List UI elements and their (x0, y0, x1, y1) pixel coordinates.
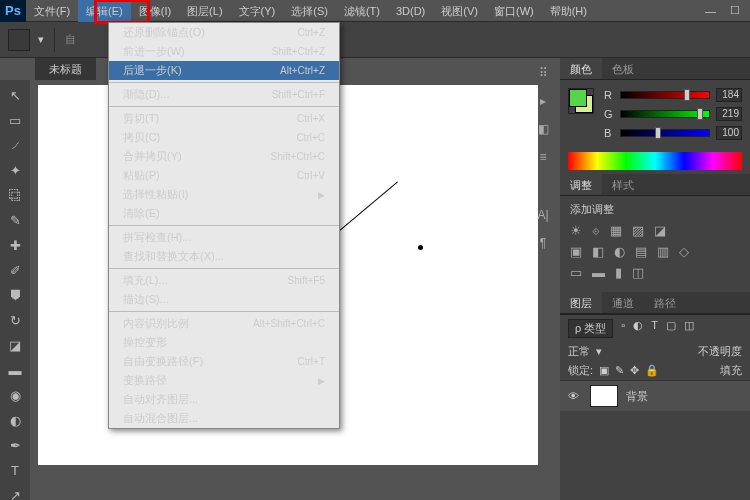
layer-kind-select[interactable]: ρ 类型 (568, 319, 613, 338)
layers-options: 正常 ▾ 不透明度 (560, 342, 750, 361)
path-tool-icon[interactable]: ↗ (4, 484, 26, 500)
gradient-tool-icon[interactable]: ▬ (4, 359, 26, 381)
eyedropper-tool-icon[interactable]: ✎ (4, 209, 26, 231)
panel-icon[interactable]: A| (532, 208, 554, 226)
menu-item[interactable]: 前进一步(W)Shift+Ctrl+Z (109, 42, 339, 61)
menu-view[interactable]: 视图(V) (433, 0, 486, 22)
fg-color[interactable] (569, 89, 587, 107)
type-tool-icon[interactable]: T (4, 459, 26, 481)
menu-item[interactable]: 选择性粘贴(I)▶ (109, 185, 339, 204)
tab-adjustments[interactable]: 调整 (560, 174, 602, 195)
menu-select[interactable]: 选择(S) (283, 0, 336, 22)
menu-edit[interactable]: 编辑(E) (78, 0, 131, 22)
tab-paths[interactable]: 路径 (644, 292, 686, 313)
filter-icon[interactable]: ▫ (621, 319, 625, 338)
filter-icon[interactable]: ◫ (684, 319, 694, 338)
anchor-point (418, 245, 423, 250)
wand-tool-icon[interactable]: ✦ (4, 159, 26, 181)
adjustment-icon[interactable]: ◫ (632, 265, 644, 280)
adjustment-icon[interactable]: ▨ (632, 223, 644, 238)
adjustment-icon[interactable]: ▤ (635, 244, 647, 259)
channel-label: R (604, 89, 614, 101)
adjustment-icon[interactable]: ◐ (614, 244, 625, 259)
fill-label: 填充 (720, 363, 742, 378)
history-brush-icon[interactable]: ↻ (4, 309, 26, 331)
color-swatch[interactable] (568, 88, 594, 114)
adjustment-icon[interactable]: ▭ (570, 265, 582, 280)
channel-value[interactable]: 219 (716, 107, 742, 121)
brush-tool-icon[interactable]: ✐ (4, 259, 26, 281)
menu-filter[interactable]: 滤镜(T) (336, 0, 388, 22)
adjustment-icon[interactable]: ▦ (610, 223, 622, 238)
tab-channels[interactable]: 通道 (602, 292, 644, 313)
panel-icon[interactable]: ⠿ (532, 66, 554, 84)
document-tab[interactable]: 未标题 (35, 58, 96, 80)
menu-window[interactable]: 窗口(W) (486, 0, 542, 22)
maximize-icon[interactable]: ☐ (730, 4, 740, 17)
menu-item[interactable]: 变换路径▶ (109, 371, 339, 390)
lock-icon[interactable]: ✥ (630, 364, 639, 377)
adjustment-icon[interactable]: ⟐ (592, 223, 600, 238)
tab-layers[interactable]: 图层 (560, 292, 602, 313)
adjustment-icon[interactable]: ◪ (654, 223, 666, 238)
panel-icon[interactable]: ◧ (532, 122, 554, 140)
adjustment-icon[interactable]: ▥ (657, 244, 669, 259)
blend-mode-select[interactable]: 正常 (568, 344, 590, 359)
tab-color[interactable]: 颜色 (560, 58, 602, 79)
menu-help[interactable]: 帮助(H) (542, 0, 595, 22)
crop-tool-icon[interactable]: ⿻ (4, 184, 26, 206)
adjustment-icon[interactable]: ☀ (570, 223, 582, 238)
channel-value[interactable]: 100 (716, 126, 742, 140)
adjustment-icon[interactable]: ◧ (592, 244, 604, 259)
menu-item[interactable]: 后退一步(K)Alt+Ctrl+Z (109, 61, 339, 80)
color-slider[interactable] (620, 129, 710, 137)
filter-icon[interactable]: ▢ (666, 319, 676, 338)
move-tool-icon[interactable]: ↖ (4, 84, 26, 106)
lock-icon[interactable]: ▣ (599, 364, 609, 377)
panel-icon[interactable]: ¶ (532, 236, 554, 254)
lasso-tool-icon[interactable]: ⟋ (4, 134, 26, 156)
marquee-tool-icon[interactable]: ▭ (4, 109, 26, 131)
menu-item[interactable]: 自由变换路径(F)Ctrl+T (109, 352, 339, 371)
menu-item[interactable]: 还原删除锚点(O)Ctrl+Z (109, 23, 339, 42)
menu-item[interactable]: 拷贝(C)Ctrl+C (109, 128, 339, 147)
tab-swatches[interactable]: 色板 (602, 58, 644, 79)
menu-file[interactable]: 文件(F) (26, 0, 78, 22)
menu-type[interactable]: 文字(Y) (231, 0, 284, 22)
filter-icon[interactable]: ◐ (633, 319, 643, 338)
stamp-tool-icon[interactable]: ⛊ (4, 284, 26, 306)
filter-icon[interactable]: T (651, 319, 658, 338)
adjustment-icon[interactable]: ▮ (615, 265, 622, 280)
menu-image[interactable]: 图像(I) (131, 0, 179, 22)
adjustment-icon[interactable]: ▣ (570, 244, 582, 259)
channel-value[interactable]: 184 (716, 88, 742, 102)
panel-icon[interactable]: ▸ (532, 94, 554, 112)
current-tool-icon[interactable] (8, 29, 30, 51)
layer-row[interactable]: 👁 背景 (560, 380, 750, 411)
chevron-down-icon[interactable]: ▾ (38, 33, 44, 46)
pen-tool-icon[interactable]: ✒ (4, 434, 26, 456)
layers-panel-tabs: 图层 通道 路径 (560, 292, 750, 314)
dodge-tool-icon[interactable]: ◐ (4, 409, 26, 431)
layer-thumbnail[interactable] (590, 385, 618, 407)
blur-tool-icon[interactable]: ◉ (4, 384, 26, 406)
menu-3d[interactable]: 3D(D) (388, 0, 433, 22)
visibility-icon[interactable]: 👁 (568, 390, 582, 402)
color-slider[interactable] (620, 110, 710, 118)
channel-label: G (604, 108, 614, 120)
menu-item[interactable]: 填充(L)...Shift+F5 (109, 271, 339, 290)
heal-tool-icon[interactable]: ✚ (4, 234, 26, 256)
menu-item[interactable]: 剪切(T)Ctrl+X (109, 109, 339, 128)
lock-icon[interactable]: ✎ (615, 364, 624, 377)
lock-icon[interactable]: 🔒 (645, 364, 659, 377)
color-spectrum[interactable] (568, 152, 742, 170)
color-slider[interactable] (620, 91, 710, 99)
eraser-tool-icon[interactable]: ◪ (4, 334, 26, 356)
menu-item[interactable]: 粘贴(P)Ctrl+V (109, 166, 339, 185)
adjustment-icon[interactable]: ◇ (679, 244, 689, 259)
adjustment-icon[interactable]: ▬ (592, 265, 605, 280)
menu-layer[interactable]: 图层(L) (179, 0, 230, 22)
panel-icon[interactable]: ≡ (532, 150, 554, 168)
minimize-icon[interactable]: — (705, 5, 716, 17)
tab-styles[interactable]: 样式 (602, 174, 644, 195)
